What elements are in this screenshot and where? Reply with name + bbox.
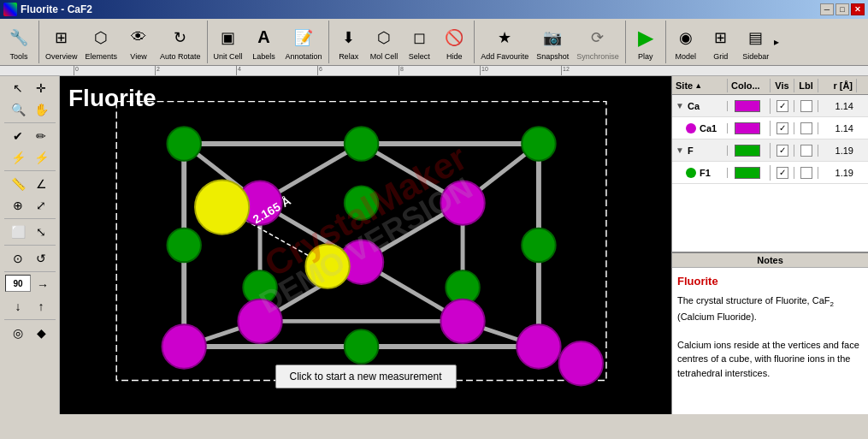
ruler-mark-6: 12 bbox=[561, 66, 570, 76]
f-color-swatch[interactable] bbox=[735, 145, 760, 157]
labels-label: Labels bbox=[252, 52, 275, 61]
ca-r: 1.14 bbox=[818, 101, 857, 111]
close-button[interactable]: ✕ bbox=[851, 3, 865, 15]
notes-paragraph-1: The crystal structure of Fluorite, CaF2 … bbox=[677, 294, 863, 324]
tools-icon: 🔧 bbox=[5, 24, 32, 51]
tool-snapshot[interactable]: 📷 Snapshot bbox=[533, 22, 572, 62]
arrow-down-icon[interactable]: ↓ bbox=[7, 296, 29, 317]
ca-vis-checkbox[interactable] bbox=[776, 100, 788, 112]
pencil-icon[interactable]: ✏ bbox=[30, 126, 52, 146]
arrow-right-icon[interactable]: → bbox=[32, 275, 54, 295]
overview-icon: ⊞ bbox=[48, 24, 75, 51]
measurement-button[interactable]: Click to start a new measurement bbox=[275, 365, 456, 389]
lt-sep-6 bbox=[4, 319, 56, 320]
svg-point-35 bbox=[345, 329, 379, 364]
svg-point-22 bbox=[167, 127, 201, 161]
autorotate-label: Auto Rotate bbox=[160, 52, 201, 61]
f1-lbl-checkbox[interactable] bbox=[800, 167, 812, 179]
zoom-icon[interactable]: 🔍 bbox=[7, 99, 29, 120]
lt-row-6: ⊕ ⤢ bbox=[7, 195, 52, 216]
ca-expand-icon[interactable]: ▼ bbox=[676, 101, 686, 110]
grid-icon: ⊞ bbox=[707, 24, 735, 51]
lt-row-9: ◎ ◆ bbox=[7, 323, 52, 343]
view-label: View bbox=[130, 52, 146, 61]
tool-molcell[interactable]: ⬡ Mol Cell bbox=[367, 22, 402, 62]
connect-icon[interactable]: ⊕ bbox=[7, 195, 29, 216]
check-icon[interactable]: ✔ bbox=[7, 126, 29, 146]
tool-relax[interactable]: ⬇ Relax bbox=[332, 22, 366, 62]
f-vis-checkbox[interactable] bbox=[776, 145, 788, 157]
tool-model[interactable]: ◉ Model bbox=[669, 22, 703, 62]
lightning2-icon[interactable]: ⚡ bbox=[30, 147, 52, 168]
ca1-vis-checkbox[interactable] bbox=[776, 122, 788, 134]
right-panel: Site ▲ Colo... Vis Lbl r [Å] ▼ Ca bbox=[671, 76, 868, 414]
tool-select[interactable]: ◻ Select bbox=[402, 22, 436, 62]
spiral-icon[interactable]: ◎ bbox=[7, 323, 29, 343]
tool-play[interactable]: ▶ Play bbox=[629, 22, 663, 62]
tool-hide[interactable]: 🚫 Hide bbox=[437, 22, 471, 62]
site-row-ca1[interactable]: Ca1 1.14 bbox=[672, 117, 868, 139]
ruler-marks: 0 2 4 6 8 10 12 bbox=[74, 66, 664, 76]
elements-label: Elements bbox=[86, 52, 118, 61]
viewport[interactable]: Fluorite bbox=[60, 76, 671, 414]
f-expand-icon[interactable]: ▼ bbox=[676, 145, 686, 155]
f-r: 1.19 bbox=[818, 145, 857, 156]
lt-row-angle: 90 → bbox=[5, 275, 54, 295]
ca1-lbl-checkbox[interactable] bbox=[800, 122, 812, 134]
toolbar-more[interactable]: ▸ bbox=[774, 36, 786, 48]
maximize-button[interactable]: □ bbox=[836, 3, 849, 15]
site-row-f[interactable]: ▼ F 1.19 bbox=[672, 139, 868, 162]
lightning-icon[interactable]: ⚡ bbox=[7, 147, 29, 168]
hand-icon[interactable]: ✋ bbox=[30, 99, 52, 120]
title-bar-controls[interactable]: ─ □ ✕ bbox=[820, 3, 865, 15]
box-icon[interactable]: ⬜ bbox=[7, 222, 29, 242]
tool-view[interactable]: 👁 View bbox=[121, 22, 156, 62]
tool-tools[interactable]: 🔧 Tools bbox=[2, 22, 36, 62]
tool-unitcell[interactable]: ▣ Unit Cell bbox=[210, 22, 246, 62]
molcell-icon: ⬡ bbox=[370, 24, 398, 51]
rotate3d-icon[interactable]: ↺ bbox=[30, 248, 52, 269]
arrow-icon[interactable]: ↖ bbox=[7, 78, 29, 98]
atom-icon[interactable]: ⊙ bbox=[7, 248, 29, 269]
model-label: Model bbox=[675, 52, 696, 61]
play-label: Play bbox=[638, 52, 653, 61]
hide-label: Hide bbox=[446, 52, 463, 61]
snapshot-icon: 📷 bbox=[539, 24, 566, 51]
tool-autorotate[interactable]: ↻ Auto Rotate bbox=[156, 22, 204, 62]
tool-synchronise[interactable]: ⟳ Synchronise bbox=[573, 22, 623, 62]
annotation-label: Annotation bbox=[286, 52, 322, 61]
app-icon bbox=[3, 3, 17, 16]
tool-elements[interactable]: ⬡ Elements bbox=[82, 22, 121, 62]
site-table-scroll bbox=[672, 184, 868, 252]
expand-icon[interactable]: ⤡ bbox=[30, 222, 52, 242]
f-lbl-checkbox[interactable] bbox=[800, 145, 812, 157]
drag-icon[interactable]: ⤢ bbox=[30, 195, 52, 216]
window-title: Fluorite - CaF2 bbox=[21, 3, 92, 15]
ca1-name: Ca1 bbox=[700, 123, 717, 133]
ca1-color-swatch[interactable] bbox=[735, 122, 760, 134]
arrow-up-icon[interactable]: ↑ bbox=[30, 296, 52, 317]
ca1-dot bbox=[686, 123, 696, 133]
f1-color-swatch[interactable] bbox=[735, 167, 760, 179]
lt-row-7: ⬜ ⤡ bbox=[7, 222, 52, 242]
angle-icon[interactable]: ∠ bbox=[30, 174, 52, 194]
f1-vis-checkbox[interactable] bbox=[776, 167, 788, 179]
tool-sidebar[interactable]: ▤ Sidebar bbox=[739, 22, 773, 62]
tool-labels[interactable]: A Labels bbox=[247, 22, 281, 62]
site-row-ca[interactable]: ▼ Ca 1.14 bbox=[672, 95, 868, 117]
crosshair-icon[interactable]: ✛ bbox=[30, 78, 52, 98]
angle-value[interactable]: 90 bbox=[5, 275, 31, 292]
tool-addfav[interactable]: ★ Add Favourite bbox=[477, 22, 532, 62]
tool-annotation[interactable]: 📝 Annotation bbox=[282, 22, 326, 62]
elements-icon: ⬡ bbox=[87, 24, 115, 51]
site-row-f1[interactable]: F1 1.19 bbox=[672, 162, 868, 184]
tool-grid[interactable]: ⊞ Grid bbox=[704, 22, 738, 62]
ca-lbl-checkbox[interactable] bbox=[800, 100, 812, 112]
gem-icon[interactable]: ◆ bbox=[30, 323, 52, 343]
tool-overview[interactable]: ⊞ Overview bbox=[42, 22, 81, 62]
minimize-button[interactable]: ─ bbox=[820, 3, 834, 15]
ruler-mark-0: 0 bbox=[74, 66, 79, 76]
autorotate-icon: ↻ bbox=[167, 24, 194, 51]
measure-icon[interactable]: 📏 bbox=[7, 174, 29, 194]
ca-color-swatch[interactable] bbox=[735, 100, 760, 112]
